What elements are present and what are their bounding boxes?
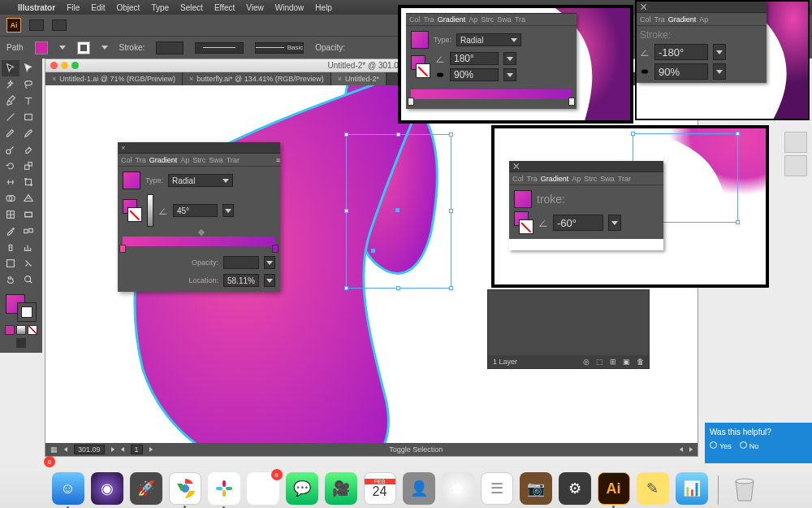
notes-icon[interactable]: ☰ (481, 472, 513, 505)
tab-stroke[interactable]: Strc (192, 156, 205, 164)
stroke-box[interactable] (17, 302, 37, 322)
midpoint-handle[interactable] (198, 229, 205, 236)
contacts-icon[interactable]: 👤 (403, 472, 435, 505)
angle-field[interactable]: -60° (553, 215, 603, 231)
finder-icon[interactable]: ☺ (52, 472, 84, 505)
panel-header[interactable]: × (118, 142, 280, 154)
symbol-sprayer-tool[interactable] (2, 239, 19, 255)
layers-panel[interactable]: 1 Layer ◎ ⬚ ⊞ ▣ 🗑 (487, 289, 650, 369)
pencil-tool[interactable] (19, 125, 37, 141)
tab-untitled1[interactable]: ×Untitled-1.ai @ 71% (RGB/Preview) (45, 72, 183, 85)
menu-edit[interactable]: Edit (91, 3, 105, 12)
chrome-icon[interactable] (169, 472, 201, 505)
gradient-slider[interactable] (123, 237, 275, 246)
hand-tool[interactable] (2, 271, 19, 288)
blob-brush-tool[interactable] (2, 141, 19, 158)
paintbrush-tool[interactable] (2, 125, 19, 141)
minimize-window-icon[interactable] (61, 62, 68, 69)
tab-transparency[interactable]: Tra (136, 156, 146, 164)
zoom-in-icon[interactable] (111, 447, 114, 452)
illustrator-dock-icon[interactable]: Ai (598, 472, 630, 505)
launchpad-icon[interactable]: 🚀 (130, 472, 162, 505)
stroke-swatch[interactable] (77, 41, 90, 54)
close-icon[interactable]: × (338, 75, 342, 83)
zoom-window-icon[interactable] (71, 62, 79, 69)
var-width-profile[interactable] (195, 42, 244, 54)
scale-tool[interactable] (19, 158, 37, 174)
arrange-button[interactable] (52, 20, 67, 31)
type-tool[interactable] (19, 93, 37, 109)
menu-object[interactable]: Object (116, 3, 140, 12)
app-name[interactable]: Illustrator (18, 3, 55, 12)
type-dropdown[interactable]: Radial (168, 174, 233, 187)
magic-wand-tool[interactable] (2, 76, 19, 93)
artboard-tool[interactable] (2, 255, 19, 271)
sublayer-icon[interactable]: ⊞ (610, 358, 616, 366)
fill-dropdown-icon[interactable] (59, 46, 66, 50)
color-mode[interactable] (5, 325, 15, 335)
slice-tool[interactable] (19, 255, 37, 271)
pen-tool[interactable] (2, 93, 19, 109)
feedback-no[interactable]: No (740, 441, 759, 450)
menu-effect[interactable]: Effect (214, 3, 235, 12)
selection-tool[interactable] (2, 60, 19, 76)
width-tool[interactable] (2, 174, 19, 190)
free-transform-tool[interactable] (19, 174, 37, 190)
stroke-dropdown-icon[interactable] (102, 46, 108, 50)
perspective-tool[interactable] (19, 190, 37, 206)
artboard-field[interactable]: 1 (131, 445, 143, 454)
fill-stroke-mini[interactable] (123, 199, 142, 222)
mail-icon[interactable]: ✉8 (247, 472, 279, 505)
menu-type[interactable]: Type (151, 3, 169, 12)
lasso-tool[interactable] (19, 76, 37, 93)
scroll-left-icon[interactable] (680, 447, 683, 452)
aspect-field[interactable]: 90% (654, 63, 708, 80)
scroll-right-icon[interactable] (689, 447, 693, 452)
artboard-next-icon[interactable] (149, 447, 153, 452)
artboard-prev-icon[interactable] (121, 447, 124, 452)
close-window-icon[interactable] (50, 62, 58, 69)
menu-file[interactable]: File (67, 3, 80, 12)
preferences-icon[interactable]: ⚙ (559, 472, 591, 505)
photobooth-icon[interactable]: 📷 (520, 472, 552, 505)
eyedropper-tool[interactable] (2, 223, 19, 239)
zoom-out-icon[interactable] (64, 447, 67, 452)
tab-untitled2[interactable]: ×Untitled-2* (331, 72, 387, 85)
keynote-icon[interactable]: 📊 (676, 472, 708, 505)
gradient-tool[interactable] (19, 206, 37, 223)
menu-select[interactable]: Select (180, 3, 203, 12)
trash-icon[interactable]: 🗑 (637, 358, 644, 366)
stroke-weight-field[interactable] (156, 41, 184, 54)
color-stop-left[interactable] (119, 245, 126, 253)
screen-mode[interactable] (16, 338, 26, 348)
tab-appearance[interactable]: Ap (180, 156, 189, 164)
angle-stepper[interactable] (222, 204, 234, 217)
tab-color[interactable]: Col (121, 156, 132, 164)
selection-bbox[interactable] (346, 134, 451, 289)
tab-gradient[interactable]: Gradient (149, 156, 178, 164)
none-mode[interactable] (28, 325, 37, 335)
menu-view[interactable]: View (246, 3, 264, 12)
stop-opacity-field[interactable] (223, 256, 259, 269)
aspect-field[interactable]: 90% (450, 68, 499, 81)
gradient-mode[interactable] (16, 325, 26, 335)
mesh-tool[interactable] (2, 206, 19, 223)
collapsed-panel-2[interactable] (784, 155, 807, 176)
zoom-tool[interactable] (19, 271, 37, 288)
angle-field[interactable]: -180° (654, 44, 708, 60)
tab-swatches[interactable]: Swa (209, 156, 223, 164)
gradient-preview[interactable] (123, 172, 140, 189)
mask-icon[interactable]: ⬚ (596, 358, 603, 366)
brush-style[interactable]: Basic (255, 42, 304, 54)
photos-icon[interactable]: ✿ (442, 472, 474, 505)
direct-selection-tool[interactable] (19, 60, 37, 76)
locate-icon[interactable]: ◎ (583, 358, 590, 366)
close-icon[interactable]: × (52, 75, 56, 83)
eraser-tool[interactable] (19, 141, 37, 158)
calendar-icon[interactable]: FEB24 (364, 472, 396, 505)
tab-butterfly[interactable]: ×butterfly.ai* @ 134.41% (RGB/Preview) (183, 72, 331, 85)
tab-transform[interactable]: Trar (227, 156, 240, 164)
facetime-icon[interactable]: 🎥 (325, 472, 357, 505)
messages-icon[interactable]: 💬 (286, 472, 318, 505)
shape-builder-tool[interactable] (2, 190, 19, 206)
